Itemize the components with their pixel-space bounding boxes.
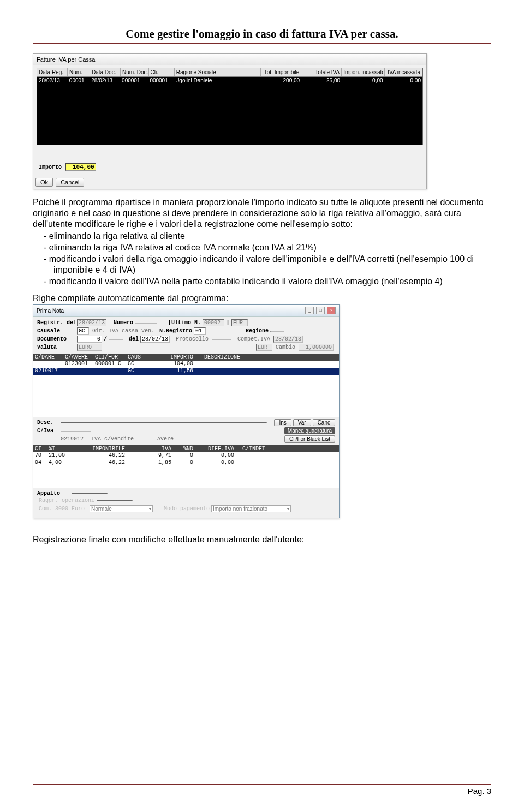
cell-descr (193, 368, 337, 375)
iva-row[interactable]: 04 4,00 46,22 1,85 0 0,00 (33, 459, 339, 467)
col-iva-inc: IVA incassata (385, 68, 422, 76)
sub-heading: Righe compilate automaticamente dal prog… (33, 294, 491, 303)
col-cindet: C/INDET (234, 446, 337, 452)
iva-grid-empty (33, 467, 339, 488)
table-row[interactable]: 0123001 000001 C GC 104,00 (33, 361, 339, 368)
close-icon[interactable]: × (327, 307, 336, 314)
cell-caus: GC (128, 368, 150, 375)
cell-perc-i: 4,00 (49, 459, 70, 467)
label-civa: C/Iva (37, 428, 59, 434)
cell-data-doc: 28/02/13 (90, 77, 120, 85)
importo-field[interactable]: 104,00 (66, 163, 96, 171)
field-documento[interactable]: 0 (77, 336, 102, 343)
cell-diff: 0,00 (193, 459, 234, 467)
label-causale: Causale (37, 328, 75, 334)
field-regione[interactable] (270, 331, 284, 332)
label-appalto: Appalto (37, 491, 70, 497)
cell-ci: 04 (35, 459, 49, 467)
col-imponibile: IMPONIBILE (70, 446, 125, 452)
cell-imp-inc: 0,00 (342, 77, 384, 85)
civa-desc-display: IVA c/vendite (91, 436, 134, 442)
iva-row[interactable]: 70 21,00 46,22 9,71 0 0,00 (33, 452, 339, 459)
field-registr-del[interactable]: 28/02/13 (77, 319, 106, 326)
table-row[interactable]: 28/02/13 00001 28/02/13 000001 000001 Ug… (37, 77, 422, 85)
field-civa[interactable] (61, 431, 91, 432)
window-controls: _ □ × (305, 307, 336, 314)
label-numero: Numero (114, 320, 133, 326)
minimize-icon[interactable]: _ (305, 307, 314, 314)
label-raggr: Raggr. operazioni (39, 498, 93, 504)
cell-caus: GC (128, 361, 150, 368)
ok-button[interactable]: Ok (35, 178, 53, 187)
label-modo-pag: Modo pagamento (164, 506, 210, 512)
label-desc: Desc. (37, 420, 59, 426)
civa-side-display: Avere (157, 436, 174, 442)
cell-num: 00001 (68, 77, 90, 85)
dropdown-modo-pag[interactable]: Importo non frazionato ▾ (211, 505, 291, 512)
cell-diff: 0,00 (193, 452, 234, 459)
col-caus: CAUS (128, 354, 150, 360)
prima-nota-window: Prima Nota _ □ × Registr. del 28/02/13 N… (33, 304, 340, 518)
chevron-down-icon: ▾ (147, 506, 151, 511)
window-title: Prima Nota (37, 308, 64, 314)
col-diff-iva: DIFF.IVA (193, 446, 234, 452)
canc-button[interactable]: Canc (313, 419, 335, 426)
civa-code-display: 0219012 (61, 436, 88, 442)
final-paragraph: Registrazione finale con modifiche effet… (33, 535, 491, 545)
field-compet-iva: 28/02/13 (273, 336, 303, 343)
col-nd: %ND (171, 446, 193, 452)
cell-iva: 9,71 (125, 452, 171, 459)
cancel-button[interactable]: Cancel (56, 178, 84, 187)
field-appalto[interactable] (72, 493, 108, 494)
page-footer: Pag. 3 (33, 784, 491, 796)
col-importo: IMPORTO (150, 354, 193, 360)
cell-indet (234, 459, 337, 467)
col-iva: IVA (125, 446, 171, 452)
dropdown-value: Normale (91, 506, 112, 512)
field-causale-code[interactable]: GC (77, 327, 89, 335)
col-perc-i: %I (49, 446, 70, 452)
cell-indet (234, 452, 337, 459)
cell-imponibile: 46,22 (70, 452, 125, 459)
col-num: Num. (68, 68, 90, 76)
maximize-icon[interactable]: □ (316, 307, 325, 314)
bracket-close: ] (226, 320, 229, 326)
cell-cdare (35, 361, 65, 368)
col-num-doc: Num. Doc. (121, 68, 149, 76)
grid-empty-area (33, 375, 339, 417)
label-com3000: Com. 3000 Euro (39, 506, 88, 512)
fatture-iva-window: Fatture IVA per Cassa Data Reg. Num. Dat… (33, 53, 427, 189)
dropdown-value: Importo non frazionato (213, 506, 267, 512)
cell-num-doc: 000001 (120, 77, 148, 85)
field-nregistro[interactable]: 01 (194, 327, 206, 335)
col-cavere: C/AVERE (65, 354, 95, 360)
field-causale-desc: Gir. IVA cassa ven. (92, 328, 158, 334)
bullet-item: modificando il valore dell'IVA nella par… (53, 276, 491, 287)
ins-button[interactable]: Ins (274, 419, 291, 426)
blacklist-button[interactable]: Cli/For Black List (284, 435, 335, 443)
grid-header: Data Reg. Num. Data Doc. Num. Doc. Cli. … (37, 68, 422, 77)
field-desc[interactable] (61, 422, 267, 423)
var-button[interactable]: Var (293, 419, 311, 426)
cell-cavere: 0123001 (65, 361, 95, 368)
col-clifor: CLI/FOR (95, 354, 128, 360)
field-numero[interactable] (135, 323, 157, 324)
manca-quadratura-badge: Manca quadratura (284, 427, 335, 434)
window-title: Fatture IVA per Cassa (33, 54, 426, 65)
label-registr-del: Registr. del (37, 320, 75, 326)
col-cli: Cli. (149, 68, 175, 76)
label-valuta: Valuta (37, 344, 75, 350)
label-ultimo-n: [Ultimo N. (168, 320, 201, 326)
col-tot-imp: Tot. Imponibile (261, 68, 301, 76)
field-del[interactable]: 28/02/13 (140, 336, 170, 343)
label-del: del (129, 336, 139, 342)
bullet-item: eliminando la riga relativa al cliente (53, 231, 491, 242)
table-row-selected[interactable]: 0219017 GC 11,56 (33, 368, 339, 375)
cell-cli: 000001 (148, 77, 174, 85)
cell-ci: 70 (35, 452, 49, 459)
chevron-down-icon: ▾ (285, 506, 289, 511)
dropdown-com3000[interactable]: Normale ▾ (90, 505, 153, 512)
field-documento-suf[interactable] (109, 339, 123, 340)
col-cdare: C/DARE (35, 354, 65, 360)
fatture-grid[interactable]: Data Reg. Num. Data Doc. Num. Doc. Cli. … (37, 68, 423, 145)
